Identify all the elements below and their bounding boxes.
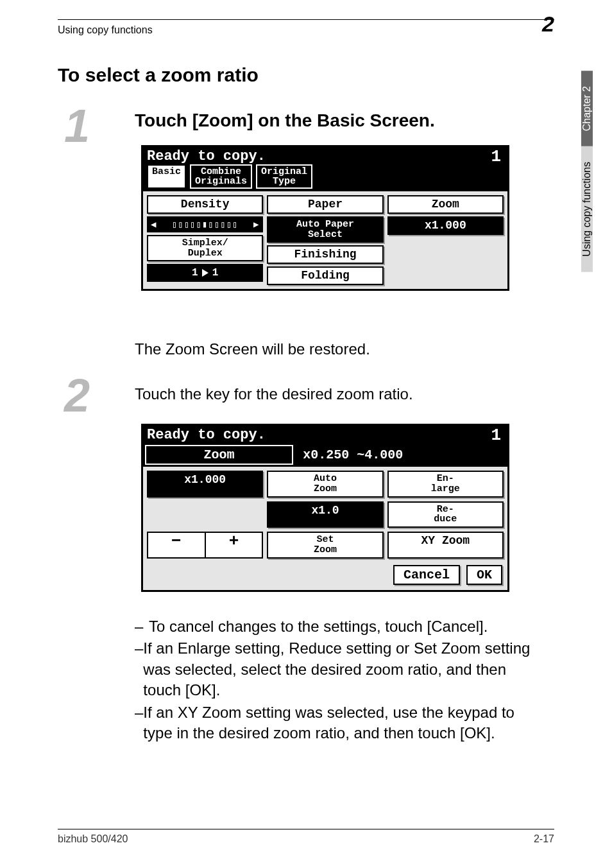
zoom-plus-button[interactable]: +	[205, 532, 264, 559]
zoom-x1-button[interactable]: x1.0	[267, 501, 383, 528]
tab-combine-line2: Originals	[195, 177, 247, 186]
ok-button[interactable]: OK	[466, 565, 502, 585]
density-indicator[interactable]: ◀ ▯▯▯▯▯▮▯▯▯▯▯ ▶	[147, 216, 263, 232]
footer: bizhub 500/420 2-17	[58, 829, 554, 845]
basic-screen-tabs: Basic Combine Originals Original Type	[143, 164, 507, 191]
header-left: Using copy functions	[58, 24, 153, 36]
one-to-one-button[interactable]: 1 1	[147, 264, 263, 282]
basic-screen-status-bar: Ready to copy. 1	[143, 147, 507, 164]
zoom-screen-grid: x1.000 Auto Zoom En- large . x1.0 Re- du…	[143, 467, 507, 562]
density-button[interactable]: Density	[147, 195, 263, 214]
reduce-line2: duce	[434, 514, 457, 525]
bullet-dash: –	[135, 702, 143, 744]
auto-zoom-button[interactable]: Auto Zoom	[267, 471, 383, 498]
header-badge: 2	[542, 12, 554, 37]
footer-left: bizhub 500/420	[58, 833, 128, 845]
density-scale: ▯▯▯▯▯▮▯▯▯▯▯	[172, 219, 239, 230]
finishing-button[interactable]: Finishing	[267, 245, 383, 264]
set-zoom-button[interactable]: Set Zoom	[267, 532, 383, 559]
tab-original-type[interactable]: Original Type	[256, 164, 312, 189]
bullet-2: If an Enlarge setting, Reduce setting or…	[143, 638, 535, 700]
basic-screen-grid: Density ◀ ▯▯▯▯▯▮▯▯▯▯▯ ▶ Simplex/ Duplex …	[143, 191, 507, 289]
zoom-stepper[interactable]: − +	[147, 532, 263, 559]
enlarge-line1: En-	[437, 473, 454, 484]
bullet-dash: –	[135, 616, 149, 637]
zoom-minus-button[interactable]: −	[147, 532, 205, 559]
tab-basic[interactable]: Basic	[147, 164, 186, 189]
step-1-number: 1	[64, 103, 90, 149]
arrow-right-icon	[202, 269, 208, 277]
set-zoom-line2: Zoom	[314, 544, 337, 555]
folding-button[interactable]: Folding	[267, 266, 383, 285]
step-1-text: Touch [Zoom] on the Basic Screen.	[135, 110, 435, 131]
copy-count: 1	[491, 147, 501, 166]
simplex-duplex-button[interactable]: Simplex/ Duplex	[147, 235, 263, 262]
auto-zoom-line1: Auto	[314, 473, 337, 484]
auto-paper-select-button[interactable]: Auto Paper Select	[267, 216, 383, 243]
header-rule	[58, 19, 554, 20]
step-2-number: 2	[64, 372, 90, 419]
xy-zoom-button[interactable]: XY Zoom	[387, 532, 504, 559]
zoom-screen-header: Zoom x0.250 ~4.000	[143, 443, 507, 467]
tab-combine-line1: Combine	[195, 167, 247, 177]
tab-original-line1: Original	[261, 167, 307, 177]
density-right-icon: ▶	[253, 219, 259, 230]
enlarge-button[interactable]: En- large	[387, 471, 504, 498]
basic-screen: Ready to copy. 1 Basic Combine Originals…	[141, 145, 509, 291]
zoom-ready-label: Ready to copy.	[147, 427, 266, 443]
footer-right: 2-17	[534, 833, 554, 845]
bullet-3: If an XY Zoom setting was selected, use …	[143, 702, 535, 744]
density-left-icon: ◀	[151, 219, 157, 230]
simplex-line2: Duplex	[188, 248, 223, 259]
zoom-x1000-button[interactable]: x1.000	[147, 471, 263, 498]
reduce-button[interactable]: Re- duce	[387, 501, 504, 528]
enlarge-line2: large	[431, 483, 460, 494]
bullet-1: To cancel changes to the settings, touch…	[149, 616, 488, 637]
section-title: To select a zoom ratio	[58, 64, 259, 86]
simplex-line1: Simplex/	[182, 238, 228, 248]
tab-original-line2: Type	[261, 177, 307, 186]
bullet-list: –To cancel changes to the settings, touc…	[135, 616, 535, 745]
side-tab: Chapter 2 Using copy functions	[581, 71, 612, 272]
zoom-screen: Ready to copy. 1 Zoom x0.250 ~4.000 x1.0…	[141, 424, 509, 592]
zoom-ratio-display[interactable]: x1.000	[387, 216, 504, 235]
reduce-line1: Re-	[437, 504, 454, 515]
cancel-button[interactable]: Cancel	[393, 565, 460, 585]
zoom-range: x0.250 ~4.000	[295, 443, 507, 467]
side-tab-label: Using copy functions	[581, 146, 593, 272]
one-to-one-right: 1	[212, 267, 219, 279]
bullet-dash: –	[135, 638, 143, 700]
auto-paper-line2: Select	[308, 229, 343, 240]
auto-zoom-line2: Zoom	[314, 483, 337, 494]
set-zoom-line1: Set	[316, 534, 334, 545]
step-2-text: Touch the key for the desired zoom ratio…	[135, 385, 413, 403]
side-tab-chapter: Chapter 2	[581, 71, 593, 146]
restored-text: The Zoom Screen will be restored.	[135, 340, 370, 358]
zoom-button[interactable]: Zoom	[387, 195, 504, 214]
one-to-one-left: 1	[192, 267, 198, 279]
zoom-screen-status-bar: Ready to copy. 1	[143, 426, 507, 443]
zoom-copy-count: 1	[491, 426, 501, 445]
ready-label: Ready to copy.	[147, 148, 266, 164]
zoom-title: Zoom	[145, 445, 293, 465]
paper-button[interactable]: Paper	[267, 195, 383, 214]
auto-paper-line1: Auto Paper	[296, 219, 354, 230]
zoom-ok-row: Cancel OK	[143, 562, 507, 590]
tab-combine-originals[interactable]: Combine Originals	[190, 164, 252, 189]
